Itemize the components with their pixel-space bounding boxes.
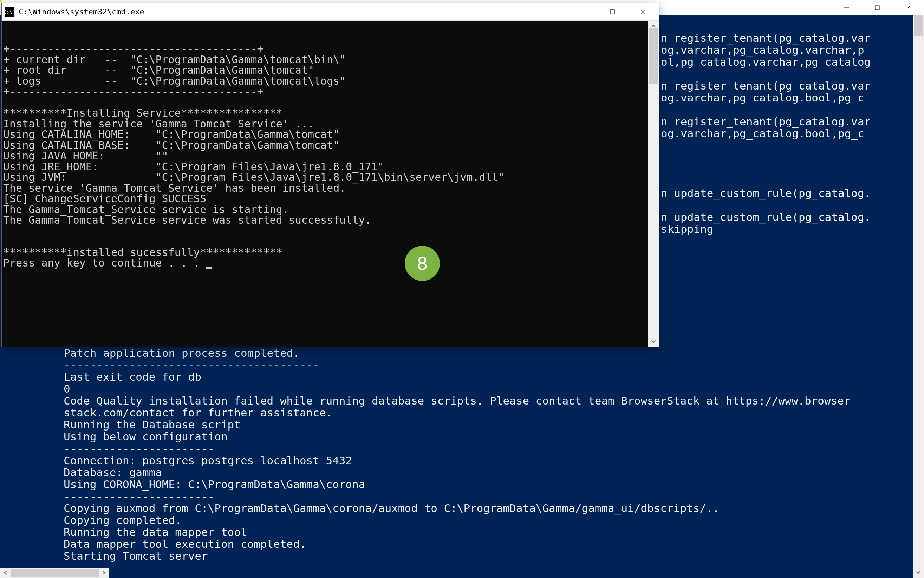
cmd-scroll-thumb[interactable] — [649, 28, 658, 84]
cmd-icon: C:\. — [5, 7, 15, 17]
powershell-hscroll[interactable] — [0, 568, 109, 578]
cmd-titlebar[interactable]: C:\. C:\Windows\system32\cmd.exe — [2, 3, 659, 21]
svg-rect-1 — [875, 6, 879, 10]
powershell-scroll-down-icon[interactable] — [913, 567, 924, 578]
outer-maximize-button[interactable] — [862, 0, 893, 15]
cmd-cursor — [206, 266, 212, 269]
powershell-hscroll-left-icon[interactable] — [0, 568, 11, 578]
cmd-scrollbar[interactable] — [648, 21, 659, 347]
powershell-scrollbar[interactable] — [913, 15, 924, 578]
powershell-right-partial: n register_tenant(pg_catalog.var og.varc… — [661, 20, 870, 235]
powershell-hscroll-thumb[interactable] — [11, 568, 99, 577]
decoration — [0, 0, 2, 2]
cmd-close-button[interactable] — [628, 3, 659, 20]
powershell-output: Patch application process completed. ---… — [63, 347, 851, 562]
cmd-maximize-button[interactable] — [597, 3, 628, 20]
cmd-minimize-button[interactable] — [566, 3, 597, 20]
outer-close-button[interactable] — [893, 0, 924, 15]
step-badge-label: 8 — [417, 253, 428, 274]
cmd-title: C:\Windows\system32\cmd.exe — [19, 7, 145, 16]
cmd-window: C:\. C:\Windows\system32\cmd.exe +------… — [2, 3, 659, 347]
cmd-scroll-down-icon[interactable] — [648, 336, 659, 347]
powershell-scroll-thumb[interactable] — [914, 15, 923, 36]
svg-rect-5 — [610, 10, 615, 14]
outer-minimize-button[interactable] — [831, 0, 862, 15]
cmd-output[interactable]: +---------------------------------------… — [2, 21, 659, 347]
powershell-hscroll-right-icon[interactable] — [99, 568, 109, 578]
step-badge: 8 — [405, 246, 440, 281]
